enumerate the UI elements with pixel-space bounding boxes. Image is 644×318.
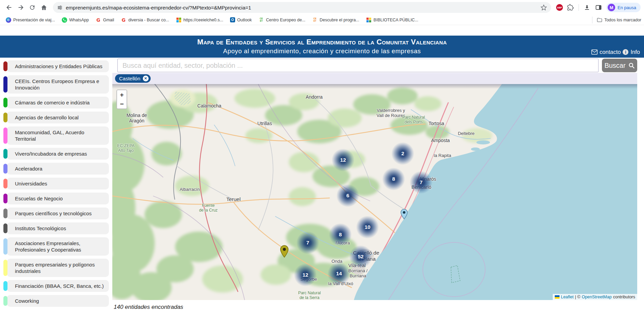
bookmark-item[interactable]: GGmail xyxy=(93,16,117,24)
category-color-pill xyxy=(3,127,7,144)
bookmark-item[interactable]: CEETDescubre el progra... xyxy=(309,16,362,24)
filter-tag-label: Castellón xyxy=(119,76,140,81)
download-icon xyxy=(584,4,590,11)
map-cluster-marker[interactable]: 6 xyxy=(336,184,359,207)
map-cluster-marker[interactable]: 7 xyxy=(410,171,433,194)
reload-icon xyxy=(29,4,36,11)
category-label: Financiación (BBAA, SCR, Banca, etc.) xyxy=(7,280,109,292)
info-link[interactable]: Info xyxy=(630,49,640,55)
sidebar-category-item[interactable]: Institutos Tecnológicos xyxy=(3,222,109,234)
toolbar-divider xyxy=(579,4,579,11)
bookmark-item[interactable]: BIBLIOTECA PÚBLIC... xyxy=(363,16,421,24)
sidebar-category-item[interactable]: Cámaras de comercio e indústria xyxy=(3,97,109,108)
category-label: Parques científicos y tecnológicos xyxy=(7,207,109,219)
remove-filter-icon[interactable]: ✕ xyxy=(143,76,149,81)
selected-entity-pin[interactable] xyxy=(280,245,289,259)
map-canvas[interactable] xyxy=(112,84,637,300)
home-button[interactable] xyxy=(38,2,50,13)
category-label: Parques empresariales y polígonos indust… xyxy=(7,259,109,277)
sidebar-category-item[interactable]: Asociaciones Empresariales, Profesionale… xyxy=(3,237,109,256)
category-color-pill xyxy=(3,113,7,122)
bookmarks-divider xyxy=(592,17,592,23)
side-panel-button[interactable] xyxy=(593,2,604,13)
entity-pin[interactable] xyxy=(400,209,408,221)
page-title: Mapa de Entidades y Servicios al Emprend… xyxy=(0,36,644,46)
profile-chip[interactable]: M En pausa xyxy=(606,3,641,12)
map-cluster-marker[interactable]: 2 xyxy=(391,142,414,165)
extensions-icon[interactable] xyxy=(565,2,576,13)
bookmark-item[interactable]: WhatsApp xyxy=(59,16,92,24)
attribution-suffix: contributors xyxy=(613,295,635,299)
address-bar[interactable]: emprenemjunts.es/mapa-ecosistema-emprend… xyxy=(53,2,551,13)
whatsapp-favicon-icon xyxy=(62,17,67,23)
category-label: Agencias de desarrollo local xyxy=(7,112,109,123)
sidebar-category-item[interactable]: Escuelas de Negocio xyxy=(3,193,109,204)
sidebar-category-item[interactable]: Financiación (BBAA, SCR, Banca, etc.) xyxy=(3,280,109,292)
category-color-pill xyxy=(3,76,7,93)
category-label: Coworking xyxy=(7,295,109,307)
bookmark-label: Outlook xyxy=(237,18,252,22)
canva-favicon-icon: C xyxy=(6,17,11,23)
category-color-pill xyxy=(3,61,7,71)
osm-link[interactable]: OpenStreetMap xyxy=(582,295,611,299)
bookmark-label: Descubre el progra... xyxy=(320,18,359,22)
sidebar-category-item[interactable]: Parques científicos y tecnológicos xyxy=(3,207,109,219)
category-label: Mancomunidad, GAL, Acuerdo Territorial xyxy=(7,126,109,145)
bookmark-item[interactable]: OOutlook xyxy=(227,16,255,23)
search-button-label: Buscar xyxy=(604,62,625,69)
url-text: emprenemjunts.es/mapa-ecosistema-emprend… xyxy=(66,5,541,11)
downloads-button[interactable] xyxy=(581,2,593,13)
bookmark-item[interactable]: CPresentación de viaj... xyxy=(3,16,58,24)
category-color-pill xyxy=(3,194,7,203)
sidebar-category-item[interactable]: Coworking xyxy=(3,295,109,307)
sidebar-category-item[interactable]: Aceleradora xyxy=(3,163,109,175)
sidebar-category-item[interactable]: Agencias de desarrollo local xyxy=(3,112,109,123)
map-cluster-marker[interactable]: 12 xyxy=(332,148,355,172)
sidebar-category-item[interactable]: CEEIs. Centros Europeos Empresa e Innova… xyxy=(3,75,109,94)
ms2-favicon-icon xyxy=(366,17,372,23)
filter-tag-castellon[interactable]: Castellón ✕ xyxy=(115,74,151,83)
contact-link[interactable]: contacto xyxy=(600,49,621,55)
bookmark-item[interactable]: CEETCentro Europeo de... xyxy=(255,16,308,24)
search-button[interactable]: Buscar xyxy=(602,59,637,72)
category-color-pill xyxy=(3,238,7,255)
map-cluster-marker[interactable]: 52 xyxy=(349,245,372,268)
ceet-orange-favicon-icon: CEET xyxy=(312,17,318,23)
puzzle-icon xyxy=(567,4,574,11)
zoom-in-button[interactable]: + xyxy=(117,90,127,99)
search-input[interactable] xyxy=(117,59,599,72)
google-favicon-icon: G xyxy=(121,17,126,23)
site-info-icon[interactable] xyxy=(57,5,63,11)
info-icon: i xyxy=(623,49,628,55)
category-color-pill xyxy=(3,149,7,159)
map[interactable]: Molina de AragónCalamochaAndorraUtrillas… xyxy=(112,84,637,300)
home-icon xyxy=(40,4,48,11)
all-bookmarks[interactable]: Todos los marcador xyxy=(590,17,641,23)
bookmark-item[interactable]: Gdiversia - Buscar co... xyxy=(118,16,172,24)
bookmark-item[interactable]: https://ceeielche0.s... xyxy=(173,16,226,24)
sidebar-category-item[interactable]: Vivero/Incubadora de empresas xyxy=(3,148,109,160)
sidebar-category-item[interactable]: Administraciones y Entidades Públicas xyxy=(3,60,109,72)
bookmark-label: BIBLIOTECA PÚBLIC... xyxy=(374,18,418,22)
leaflet-link[interactable]: Leaflet xyxy=(561,295,574,299)
bookmark-label: Centro Europeo de... xyxy=(266,18,305,22)
map-cluster-marker[interactable]: 10 xyxy=(356,216,379,239)
forward-arrow-icon xyxy=(17,4,24,11)
map-cluster-marker[interactable]: 8 xyxy=(329,223,352,246)
sidebar-category-item[interactable]: Parques empresariales y polígonos indust… xyxy=(3,259,109,277)
header-links: contacto i Info xyxy=(591,49,640,55)
map-cluster-marker[interactable]: 12 xyxy=(294,263,317,286)
map-cluster-marker[interactable]: 7 xyxy=(296,231,319,254)
adblock-extension-icon[interactable]: ABP xyxy=(556,4,563,11)
map-cluster-marker[interactable]: 8 xyxy=(382,167,405,191)
map-cluster-marker[interactable]: 14 xyxy=(327,262,351,285)
profile-status-label: En pausa xyxy=(618,5,636,10)
sidebar-category-item[interactable]: Mancomunidad, GAL, Acuerdo Territorial xyxy=(3,126,109,145)
back-button[interactable] xyxy=(3,2,15,13)
forward-button[interactable] xyxy=(15,2,26,13)
bookmark-star-icon[interactable] xyxy=(541,4,547,11)
reload-button[interactable] xyxy=(26,2,38,13)
bookmark-label: Gmail xyxy=(103,18,114,22)
sidebar-category-item[interactable]: Universidades xyxy=(3,178,109,190)
zoom-out-button[interactable]: − xyxy=(117,99,127,108)
